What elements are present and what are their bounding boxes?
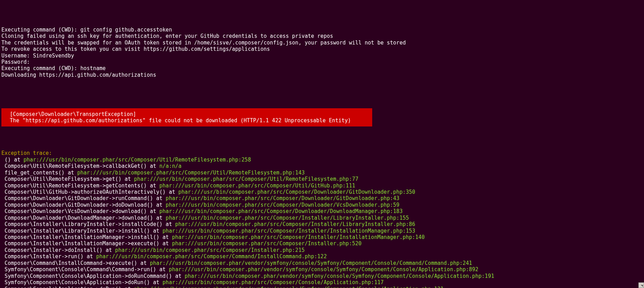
trace-path: phar:///usr/bin/composer.phar/src/Compos…	[166, 215, 409, 221]
trace-line: Composer\Util\GitHub->authorizeOAuthInte…	[1, 189, 643, 195]
trace-call: Composer\Downloader\GitDownloader->runCo…	[1, 195, 166, 201]
header-line: To revoke access to this token you can v…	[1, 46, 270, 52]
trace-call: () at	[1, 157, 23, 163]
trace-path: phar:///usr/bin/composer.phar/src/Compos…	[160, 208, 403, 214]
trace-line: file_get_contents() at phar:///usr/bin/c…	[1, 170, 643, 176]
trace-call: Composer\Util\GitHub->authorizeOAuthInte…	[1, 189, 178, 195]
error-title: [Composer\Downloader\TransportException]	[3, 111, 370, 117]
scroll-corner-icon[interactable]	[638, 282, 644, 288]
header-block: Executing command (CWD): git config gith…	[1, 27, 643, 78]
trace-call: file_get_contents() at	[1, 170, 77, 176]
trace-path: phar:///usr/bin/composer.phar/src/Compos…	[23, 157, 251, 163]
trace-path: phar:///usr/bin/composer.phar/src/Compos…	[172, 240, 362, 247]
trace-line: Symfony\Component\Console\Command\Comman…	[1, 266, 643, 273]
trace-line: Symfony\Component\Console\Application->d…	[1, 273, 643, 279]
header-line: Downloading https://api.github.com/autho…	[1, 72, 156, 78]
trace-path: phar:///usr/bin/composer.phar/src/Compos…	[166, 195, 399, 201]
trace-call: Composer\Downloader\VcsDownloader->downl…	[1, 208, 160, 214]
header-line: Executing command (CWD): git config gith…	[1, 27, 172, 33]
trace-path: phar:///usr/bin/composer.phar/src/Compos…	[166, 202, 399, 208]
terminal-output[interactable]: Executing command (CWD): git config gith…	[1, 27, 643, 288]
exception-trace: () at phar:///usr/bin/composer.phar/src/…	[1, 157, 643, 288]
trace-path: phar:///usr/bin/composer.phar/vendor/sym…	[150, 260, 472, 266]
trace-call: Composer\Downloader\DownloadManager->dow…	[1, 215, 166, 221]
trace-call: Composer\Installer\LibraryInstaller->ins…	[1, 228, 163, 234]
trace-line: Composer\Downloader\GitDownloader->doDow…	[1, 202, 643, 208]
trace-call: Composer\Installer->run() at	[1, 253, 96, 260]
trace-path: phar:///usr/bin/composer.phar/src/Compos…	[178, 189, 415, 195]
trace-line: Symfony\Component\Console\Application->d…	[1, 279, 643, 286]
trace-call: Composer\Util\RemoteFilesystem->getConte…	[1, 183, 160, 189]
error-box: [Composer\Downloader\TransportException]…	[1, 108, 372, 127]
trace-line: Composer\Command\InstallCommand->execute…	[1, 260, 643, 266]
trace-call: Composer\Installer\LibraryInstaller->ins…	[1, 221, 175, 227]
trace-line: Composer\Installer\LibraryInstaller->ins…	[1, 228, 643, 234]
trace-line: Composer\Util\RemoteFilesystem->getConte…	[1, 183, 643, 189]
trace-call: Composer\Console\Application->doRun() at	[1, 286, 134, 288]
trace-line: Composer\Console\Application->doRun() at…	[1, 286, 643, 288]
trace-call: Composer\Util\RemoteFilesystem->callback…	[1, 163, 160, 169]
header-line: Executing command (CWD): hostname	[1, 65, 106, 71]
trace-call: Symfony\Component\Console\Application->d…	[1, 279, 163, 286]
trace-path: n/a:n/a	[160, 163, 182, 169]
trace-header: Exception trace:	[1, 150, 52, 156]
trace-path: phar:///usr/bin/composer.phar/src/Compos…	[172, 234, 425, 240]
trace-line: Composer\Downloader\DownloadManager->dow…	[1, 215, 643, 221]
trace-line: Composer\Downloader\GitDownloader->runCo…	[1, 195, 643, 201]
trace-line: Composer\Downloader\VcsDownloader->downl…	[1, 208, 643, 214]
trace-line: Composer\Installer->run() at phar:///usr…	[1, 253, 643, 260]
header-line: Password:	[1, 59, 30, 65]
trace-path: phar:///usr/bin/composer.phar/src/Compos…	[163, 228, 415, 234]
error-message: The "https://api.github.com/authorizatio…	[3, 117, 357, 124]
trace-path: phar:///usr/bin/composer.phar/src/Compos…	[115, 247, 305, 253]
trace-line: Composer\Installer\InstallationManager->…	[1, 240, 643, 247]
trace-line: Composer\Installer\InstallationManager->…	[1, 234, 643, 240]
trace-path: phar:///usr/bin/composer.phar/src/Compos…	[160, 183, 355, 189]
trace-call: Symfony\Component\Console\Application->d…	[1, 273, 185, 279]
trace-line: Composer\Installer->doInstall() at phar:…	[1, 247, 643, 253]
trace-path: phar:///usr/bin/composer.phar/src/Compos…	[96, 253, 327, 260]
trace-line: Composer\Util\RemoteFilesystem->get() at…	[1, 176, 643, 182]
trace-path: phar:///usr/bin/composer.phar/src/Compos…	[134, 176, 358, 182]
trace-line: () at phar:///usr/bin/composer.phar/src/…	[1, 157, 643, 163]
header-line: The credentials will be swapped for an O…	[1, 40, 406, 46]
trace-path: phar:///usr/bin/composer.phar/src/Compos…	[163, 279, 384, 286]
trace-call: Composer\Command\InstallCommand->execute…	[1, 260, 150, 266]
trace-call: Composer\Util\RemoteFilesystem->get() at	[1, 176, 134, 182]
trace-line: Composer\Util\RemoteFilesystem->callback…	[1, 163, 643, 169]
trace-path: phar:///usr/bin/composer.phar/src/Compos…	[77, 170, 305, 176]
trace-line: Composer\Installer\LibraryInstaller->ins…	[1, 221, 643, 227]
trace-path: phar:///usr/bin/composer.phar/vendor/sym…	[134, 286, 444, 288]
trace-call: Composer\Installer->doInstall() at	[1, 247, 115, 253]
trace-call: Symfony\Component\Console\Command\Comman…	[1, 266, 169, 273]
trace-path: phar:///usr/bin/composer.phar/vendor/sym…	[185, 273, 494, 279]
trace-call: Composer\Installer\InstallationManager->…	[1, 240, 172, 247]
trace-path: phar:///usr/bin/composer.phar/vendor/sym…	[169, 266, 479, 273]
header-line: Username: SindreSvendby	[1, 53, 74, 59]
trace-call: Composer\Installer\InstallationManager->…	[1, 234, 172, 240]
trace-path: phar:///usr/bin/composer.phar/src/Compos…	[175, 221, 415, 227]
trace-call: Composer\Downloader\GitDownloader->doDow…	[1, 202, 166, 208]
header-line: Cloning failed using an ssh key for auth…	[1, 33, 333, 39]
